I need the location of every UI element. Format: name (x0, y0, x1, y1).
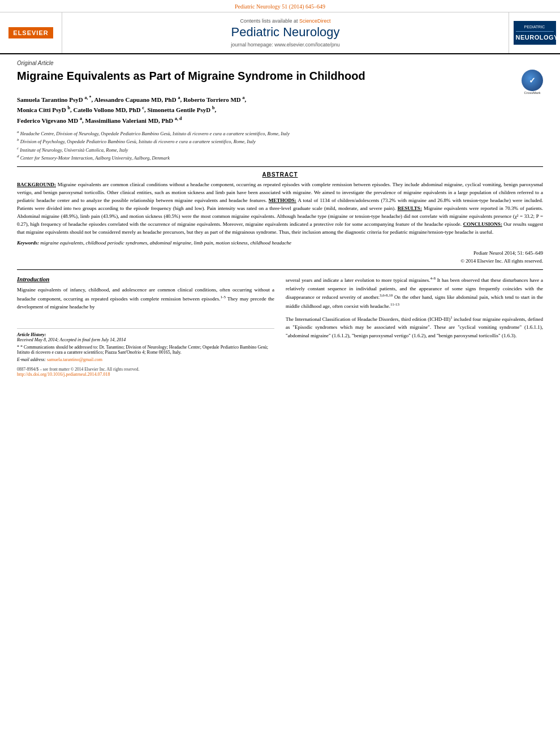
journal-logo-box: PEDIATRIC NEUROLOGY (514, 21, 556, 45)
elsevier-logo: ELSEVIER (8, 27, 53, 38)
abstract-section: ABSTRACT BACKGROUND: Migraine equivalent… (17, 171, 543, 265)
affiliations: a Headache Centre, Division of Neurology… (17, 129, 543, 162)
crossmark-circle: ✓ (522, 70, 543, 91)
logo-top-label: PEDIATRIC (516, 24, 554, 32)
abstract-title: ABSTRACT (17, 171, 543, 178)
citation-text: Pediatr Neurol 2014; 51: 645–649 (17, 249, 543, 257)
journal-homepage: journal homepage: www.elsevier.com/locat… (231, 42, 340, 48)
top-banner: Pediatric Neurology 51 (2014) 645–649 (0, 0, 560, 12)
history-label: Article History: (17, 332, 46, 337)
email-label: E-mail address: (17, 357, 46, 362)
email-line: E-mail address: samuela.tarantino@gmail.… (17, 357, 274, 362)
original-article-label: Original Article (17, 60, 543, 66)
intro-text-left: Migraine equivalents of infancy, childho… (17, 286, 274, 311)
email-address: samuela.tarantino@gmail.com (47, 357, 102, 362)
header-area: ELSEVIER Contents lists available at Sci… (0, 12, 560, 54)
two-col-layout: Introduction Migraine equivalents of inf… (17, 276, 543, 376)
rights-text: 0887-8994/$ – see front matter © 2014 El… (17, 367, 274, 372)
col-left: Introduction Migraine equivalents of inf… (17, 276, 274, 376)
col-right: several years and indicate a later evolu… (286, 276, 543, 376)
keywords-label: Keywords: (17, 240, 39, 246)
introduction-title: Introduction (17, 276, 274, 282)
divider-1 (17, 166, 543, 167)
content-area: Original Article Migraine Equivalents as… (0, 54, 560, 377)
affiliation-a: a Headache Centre, Division of Neurology… (17, 129, 543, 138)
background-label: BACKGROUND: (17, 182, 56, 187)
conclusions-label: CONCLUSIONS: (463, 221, 502, 227)
received-text: Received May 8, 2014; Accepted in final … (17, 337, 126, 342)
banner-text: Pediatric Neurology 51 (2014) 645–649 (235, 3, 325, 10)
header-left: ELSEVIER (0, 12, 62, 53)
correspondence-body: * Communications should be addressed to:… (17, 345, 268, 355)
article-title: Migraine Equivalents as Part of Migraine… (17, 68, 515, 83)
article-history: Article History: Received May 8, 2014; A… (17, 332, 274, 342)
affiliation-b: b Division of Psychology, Ospedale Pedia… (17, 137, 543, 145)
logo-main-label: NEUROLOGY (516, 33, 554, 41)
header-center: Contents lists available at ScienceDirec… (62, 12, 509, 53)
citation-info: Pediatr Neurol 2014; 51: 645–649 © 2014 … (17, 249, 543, 265)
crossmark-label: CrossMark (522, 91, 543, 95)
keywords-text: migraine equivalents, childhood periodic… (40, 240, 291, 246)
copyright-text: © 2014 Elsevier Inc. All rights reserved… (17, 257, 543, 265)
correspondence-text: * * Communications should be addressed t… (17, 345, 274, 355)
contents-label: Contents lists available at ScienceDirec… (240, 18, 330, 24)
results-label: RESULTS: (398, 205, 422, 211)
header-right: PEDIATRIC NEUROLOGY (509, 12, 560, 53)
intro-text-right-p1: several years and indicate a later evolu… (286, 276, 543, 310)
abstract-text: BACKGROUND: Migraine equivalents are com… (17, 181, 543, 237)
doi-link: http://dx.doi.org/10.1016/j.pediatrneul.… (17, 372, 274, 377)
science-direct-link[interactable]: ScienceDirect (299, 18, 331, 24)
footer-section: Article History: Received May 8, 2014; A… (17, 328, 274, 377)
journal-title: Pediatric Neurology (231, 25, 340, 40)
affiliation-c: c Institute of Neurology, Università Cat… (17, 145, 543, 154)
crossmark-container: ✓ CrossMark (522, 70, 543, 95)
footer-bottom: 0887-8994/$ – see front matter © 2014 El… (17, 367, 274, 377)
authors-line: Samuela Tarantino PsyD a, *, Alessandro … (17, 95, 543, 126)
keywords-line: Keywords: migraine equivalents, childhoo… (17, 240, 543, 246)
intro-text-right-p2: The International Classification of Head… (286, 315, 543, 340)
methods-label: METHODS: (269, 198, 296, 203)
affiliation-d: d Center for Sensory-Motor Interaction, … (17, 153, 543, 162)
divider-2 (17, 269, 543, 270)
